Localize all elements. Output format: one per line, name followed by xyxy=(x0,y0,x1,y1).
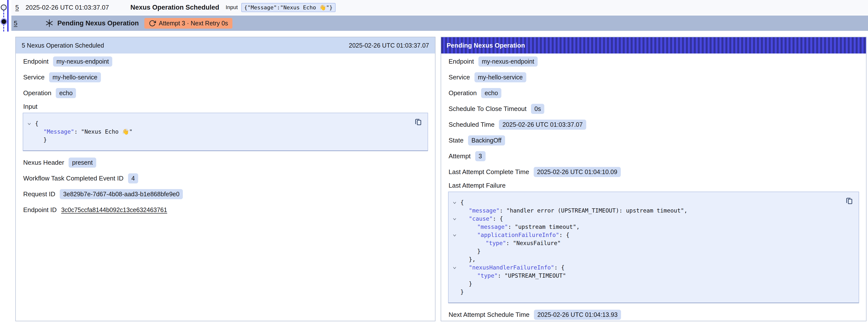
timeline-pending-event-marker-icon[interactable] xyxy=(0,18,7,25)
collapse-chevron-icon[interactable] xyxy=(453,215,460,221)
field-label-input: Input xyxy=(16,101,435,112)
collapse-chevron-icon[interactable] xyxy=(27,120,35,126)
field-row-nexus-header: Nexus Headerpresent xyxy=(16,155,435,170)
field-row-operation: Operationecho xyxy=(16,85,435,101)
chevron-spacer xyxy=(27,128,35,130)
chevron-spacer xyxy=(453,280,460,282)
event-detail-panels: 5 Nexus Operation Scheduled 2025-02-26 U… xyxy=(15,37,867,321)
field-value-badge: present xyxy=(69,158,96,168)
code-line: "Message": "Nexus Echo 👋" xyxy=(27,128,410,136)
field-row-service: Servicemy-hello-service xyxy=(441,69,866,85)
temporal-event-history-screen: 5 2025-02-26 UTC 01:03:37.07 Nexus Opera… xyxy=(0,0,868,322)
field-label: Service xyxy=(23,73,45,81)
code-line: } xyxy=(453,247,841,255)
field-row-next-attempt-schedule-time: Next Attempt Schedule Time2025-02-26 UTC… xyxy=(441,307,866,321)
field-label: Next Attempt Schedule Time xyxy=(448,311,529,319)
json-key: "message" xyxy=(477,224,508,230)
json-value: } xyxy=(43,137,47,143)
field-value-badge: my-nexus-endpoint xyxy=(478,57,538,67)
chevron-spacer xyxy=(453,255,460,258)
pending-panel-fields: Endpointmy-nexus-endpointServicemy-hello… xyxy=(441,54,866,321)
field-label: Workflow Task Completed Event ID xyxy=(23,174,124,182)
field-value-badge: 3 xyxy=(475,151,486,161)
field-value-badge: my-hello-service xyxy=(49,72,101,82)
json-value: : { xyxy=(493,216,503,222)
json-key: "nexusHandlerFailureInfo" xyxy=(469,264,554,271)
event-id-link[interactable]: 5 xyxy=(14,20,17,27)
field-value-badge: 3e829b7e-7d67-4b08-aad3-b1e868bfe9e0 xyxy=(60,189,183,199)
json-value: : "handler error (UPSTREAM_TIMEOUT): ups… xyxy=(500,207,688,214)
collapse-chevron-icon[interactable] xyxy=(453,231,460,237)
event-group-indicator-bar xyxy=(7,0,9,32)
code-line: } xyxy=(453,280,841,288)
json-value: : { xyxy=(559,232,569,238)
field-value-badge: BackingOff xyxy=(468,135,505,146)
field-label: Operation xyxy=(448,89,477,97)
copy-button[interactable] xyxy=(413,117,423,127)
retry-badge-text: Attempt 3 · Next Retry 0s xyxy=(159,20,228,27)
json-key: "type" xyxy=(486,240,506,246)
field-label: State xyxy=(448,137,464,144)
event-row-scheduled[interactable]: 5 2025-02-26 UTC 01:03:37.07 Nexus Opera… xyxy=(11,0,868,15)
json-value: { xyxy=(460,199,464,205)
event-timestamp: 2025-02-26 UTC 01:03:37.07 xyxy=(25,4,128,11)
field-value-badge: 2025-02-26 UTC 01:04:13.93 xyxy=(534,310,621,320)
chevron-spacer xyxy=(453,206,460,209)
pending-operation-panel: Pending Nexus Operation Endpointmy-nexus… xyxy=(441,37,867,321)
code-line: "cause": { xyxy=(453,215,841,223)
field-value-badge: echo xyxy=(481,88,501,98)
field-row-request-id: Request ID3e829b7e-7d67-4b08-aad3-b1e868… xyxy=(16,186,435,202)
event-row-pending[interactable]: 5 Pending Nexus Operation Attempt 3 · Ne… xyxy=(11,15,868,31)
json-key: "applicationFailureInfo" xyxy=(477,232,559,238)
field-value-badge: 2025-02-26 UTC 01:03:37.07 xyxy=(499,120,586,130)
field-row-workflow-task-completed-event-id: Workflow Task Completed Event ID4 xyxy=(16,170,435,186)
field-label: Scheduled Time xyxy=(448,121,494,128)
json-value: : { xyxy=(554,264,564,271)
copy-button[interactable] xyxy=(844,196,854,206)
timeline-gutter xyxy=(0,0,11,37)
collapse-chevron-icon[interactable] xyxy=(453,198,460,205)
code-line: "message": "upstream timeout", xyxy=(453,223,841,231)
field-label: Nexus Header xyxy=(23,159,64,166)
chevron-spacer xyxy=(453,239,460,242)
code-line: { xyxy=(453,198,841,206)
json-key: "cause" xyxy=(469,216,493,222)
field-row-schedule-to-close-timeout: Schedule To Close Timeout0s xyxy=(441,101,866,117)
field-label: Request ID xyxy=(23,190,55,198)
json-viewer: {"Message": "Nexus Echo 👋"} xyxy=(23,113,428,151)
event-input-preview-chip[interactable]: {"Message":"Nexus Echo 👋"} xyxy=(241,3,336,12)
field-row-endpoint: Endpointmy-nexus-endpoint xyxy=(441,54,866,69)
json-viewer: {"message": "handler error (UPSTREAM_TIM… xyxy=(448,192,859,303)
event-rows: 5 2025-02-26 UTC 01:03:37.07 Nexus Opera… xyxy=(11,0,868,31)
json-value: : "NexusFailure" xyxy=(506,240,561,246)
pending-spinner-icon xyxy=(45,19,54,28)
field-row-attempt: Attempt3 xyxy=(441,148,866,164)
chevron-spacer xyxy=(453,247,460,250)
field-row-scheduled-time: Scheduled Time2025-02-26 UTC 01:03:37.07 xyxy=(441,117,866,132)
code-line: "applicationFailureInfo": { xyxy=(453,231,841,239)
field-value-badge: my-hello-service xyxy=(474,72,526,82)
collapse-chevron-icon[interactable] xyxy=(453,264,460,270)
code-line: "type": "UPSTREAM_TIMEOUT" xyxy=(453,272,841,280)
json-value: } xyxy=(460,289,464,295)
code-line: "nexusHandlerFailureInfo": { xyxy=(453,264,841,272)
event-id-link[interactable]: 5 xyxy=(15,4,19,11)
field-label-last-attempt-failure: Last Attempt Failure xyxy=(441,180,866,191)
json-value: } xyxy=(469,281,472,287)
scheduled-panel-fields: Endpointmy-nexus-endpointServicemy-hello… xyxy=(16,54,435,218)
event-title: Pending Nexus Operation xyxy=(57,20,139,27)
chevron-spacer xyxy=(453,272,460,274)
field-value-badge: 0s xyxy=(531,104,544,114)
code-line: } xyxy=(27,136,410,144)
json-key: "message" xyxy=(469,207,500,214)
panel-title: 5 Nexus Operation Scheduled xyxy=(22,42,104,49)
code-line: } xyxy=(453,288,841,296)
field-label: Endpoint xyxy=(448,58,474,65)
field-value-badge: my-nexus-endpoint xyxy=(53,57,113,67)
field-row-service: Servicemy-hello-service xyxy=(16,69,435,85)
code-line: }, xyxy=(453,255,841,264)
timeline-open-event-marker-icon[interactable] xyxy=(1,4,7,10)
field-label: Schedule To Close Timeout xyxy=(448,105,527,113)
event-input-label: Input xyxy=(226,4,238,10)
field-value-link[interactable]: 3c0c75ccfa8144b092c13ce632463761 xyxy=(61,206,167,214)
